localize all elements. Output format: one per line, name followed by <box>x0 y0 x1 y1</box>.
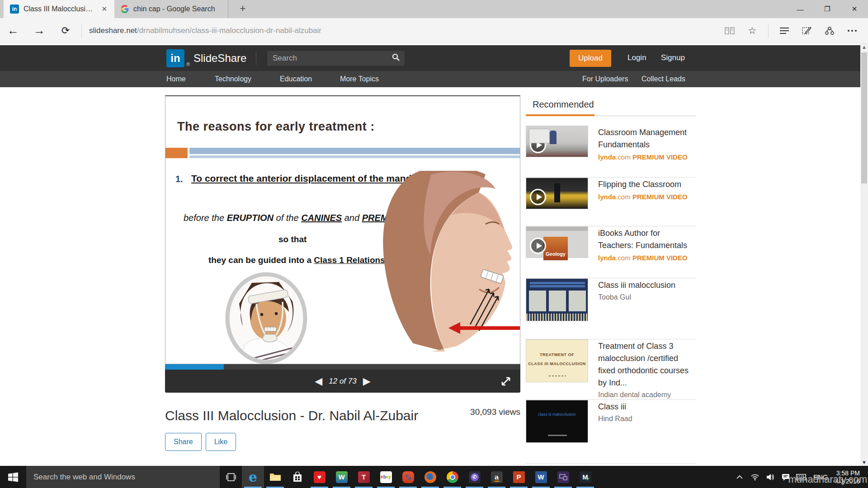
windows-taskbar: e ♥ W T ebay 🐾 ✆ a P W M✓ ENG 3:58 PM4/1… <box>0 466 868 488</box>
video-thumbnail[interactable] <box>526 126 588 157</box>
login-link[interactable]: Login <box>627 53 646 62</box>
start-button[interactable] <box>0 466 26 488</box>
video-thumbnail[interactable] <box>526 178 588 209</box>
task-view-button[interactable] <box>220 466 242 488</box>
tab-google-search[interactable]: chin cap - Google Search <box>114 0 228 18</box>
taskbar-search-box[interactable] <box>26 466 220 488</box>
item-title[interactable]: Classroom Management Fundamentals <box>598 127 696 151</box>
more-actions-icon[interactable] <box>843 23 862 39</box>
nav-collect-leads[interactable]: Collect Leads <box>642 75 685 83</box>
signup-link[interactable]: Signup <box>661 53 685 62</box>
new-tab-button[interactable]: + <box>235 2 250 16</box>
recommended-item[interactable]: class iii malocclusion Class iii Hind Ra… <box>526 400 696 464</box>
search-icon[interactable] <box>392 53 405 63</box>
deck-thumbnail[interactable]: TREATMENT OF CLASS III MALOCCLUSION <box>526 339 588 382</box>
nav-home[interactable]: Home <box>166 75 186 83</box>
google-favicon <box>121 5 129 13</box>
taskbar-powerpoint-icon[interactable]: P <box>508 466 530 488</box>
item-badge: lynda.com PREMIUM VIDEO <box>598 151 696 164</box>
tray-expand-icon[interactable] <box>733 475 746 479</box>
like-button[interactable]: Like <box>206 433 236 451</box>
page-scrollbar[interactable]: ▲ ▼ <box>860 43 868 466</box>
address-bar[interactable]: slideshare.net/drnabilmuhsen/class-iii-m… <box>85 26 720 35</box>
minimize-button[interactable]: — <box>787 0 814 18</box>
taskbar-gom-player-icon[interactable]: 🐾 <box>397 466 419 488</box>
nav-more-topics[interactable]: More Topics <box>340 75 379 83</box>
item-badge: lynda.com PREMIUM VIDEO <box>598 252 696 264</box>
fullscreen-icon[interactable] <box>500 375 512 388</box>
volume-icon[interactable] <box>764 474 777 481</box>
red-arrow <box>448 322 520 334</box>
book-cover: Geology <box>543 237 568 260</box>
next-slide-button[interactable]: ▶ <box>363 375 371 387</box>
taskbar-file-explorer-icon[interactable] <box>264 466 286 488</box>
share-icon[interactable] <box>820 23 839 39</box>
item-author[interactable]: Tooba Gul <box>598 291 696 303</box>
close-button[interactable]: ✕ <box>841 0 868 18</box>
views-count: 30,093 views <box>340 407 520 417</box>
deck-thumbnail[interactable]: class iii malocclusion <box>526 400 588 443</box>
back-button[interactable]: ← <box>0 23 26 38</box>
tab-slideshare[interactable]: in Class III Malocclusion - ✕ <box>4 0 114 18</box>
item-title[interactable]: Class iii malocclusion <box>598 279 696 291</box>
scrollbar-thumb[interactable] <box>861 52 867 183</box>
item-author[interactable]: Indian dental academy <box>598 389 696 400</box>
refresh-button[interactable]: ⟳ <box>52 25 79 37</box>
tab-title: Class III Malocclusion - <box>24 5 96 13</box>
web-note-icon[interactable] <box>797 23 816 39</box>
nav-education[interactable]: Education <box>280 75 312 83</box>
nav-technology[interactable]: Technology <box>215 75 251 83</box>
deck-thumbnail[interactable] <box>526 278 588 321</box>
item-title[interactable]: Class iii <box>598 401 696 413</box>
taskbar-heart-app-icon[interactable]: ♥ <box>308 466 330 488</box>
item-title[interactable]: iBooks Author for Teachers: Fundamentals <box>598 227 696 252</box>
recommended-item[interactable]: Classroom Management Fundamentals lynda.… <box>526 126 696 178</box>
taskbar-word-icon[interactable]: W <box>530 466 552 488</box>
taskbar-amazon-icon[interactable]: a <box>486 466 508 488</box>
tab-close-icon[interactable]: ✕ <box>100 5 108 13</box>
previous-slide-button[interactable]: ◀ <box>315 375 322 387</box>
favorites-star-icon[interactable]: ☆ <box>743 23 762 39</box>
site-search-box[interactable] <box>267 50 405 66</box>
slideshare-brand[interactable]: SlideShare <box>193 52 246 65</box>
taskbar-edge-icon[interactable]: e <box>242 466 264 488</box>
taskbar-search-input[interactable] <box>26 473 220 482</box>
linkedin-logo[interactable]: in <box>166 49 184 67</box>
browser-tab-bar: in Class III Malocclusion - ✕ chin cap -… <box>0 0 868 18</box>
slide-progress-bar[interactable] <box>165 364 520 370</box>
taskbar-ebay-icon[interactable]: ebay <box>375 466 397 488</box>
reading-view-icon[interactable] <box>720 23 739 39</box>
restore-button[interactable]: ❐ <box>814 0 841 18</box>
taskbar-store-icon[interactable] <box>286 466 308 488</box>
taskbar-chrome-icon[interactable] <box>441 466 463 488</box>
video-thumbnail[interactable]: Geology <box>526 226 588 258</box>
wifi-icon[interactable] <box>748 474 762 480</box>
linkedin-favicon: in <box>10 5 19 14</box>
scroll-down-icon[interactable]: ▼ <box>860 459 868 466</box>
item-title[interactable]: Flipping the Classroom <box>598 178 696 191</box>
forward-button[interactable]: → <box>26 23 52 38</box>
slide-accent-bar-orange <box>165 148 188 158</box>
hub-icon[interactable] <box>775 23 794 39</box>
recommended-item[interactable]: Flipping the Classroom lynda.com PREMIUM… <box>526 178 696 226</box>
site-search-input[interactable] <box>267 54 392 63</box>
toolbar-divider <box>768 23 769 38</box>
recommended-item[interactable]: Class iii malocclusion Tooba Gul <box>526 278 696 339</box>
item-title[interactable]: Treatment of Class 3 malocclusion /certi… <box>598 340 696 389</box>
taskbar-viber-icon[interactable]: ✆ <box>463 466 486 488</box>
slide-accent-bar-blue-thin <box>189 155 520 158</box>
item-author[interactable]: Hind Raad <box>598 413 696 425</box>
taskbar-connect-app-icon[interactable] <box>552 466 574 488</box>
upload-button[interactable]: Upload <box>570 50 611 67</box>
nav-for-uploaders[interactable]: For Uploaders <box>582 75 628 83</box>
taskbar-t-app-icon[interactable]: T <box>353 466 375 488</box>
recommended-item[interactable]: TREATMENT OF CLASS III MALOCCLUSION Trea… <box>526 339 696 400</box>
share-button[interactable]: Share <box>165 433 202 451</box>
slide-canvas[interactable]: The reasons for early treatment : 1. To … <box>165 95 520 364</box>
recommended-item[interactable]: Geology iBooks Author for Teachers: Fund… <box>526 226 696 278</box>
taskbar-m-app-icon[interactable]: M✓ <box>574 466 596 488</box>
taskbar-w-app-icon[interactable]: W <box>330 466 353 488</box>
scroll-up-icon[interactable]: ▲ <box>860 43 868 51</box>
registered-mark: ® <box>186 61 190 67</box>
taskbar-firefox-icon[interactable] <box>419 466 441 488</box>
